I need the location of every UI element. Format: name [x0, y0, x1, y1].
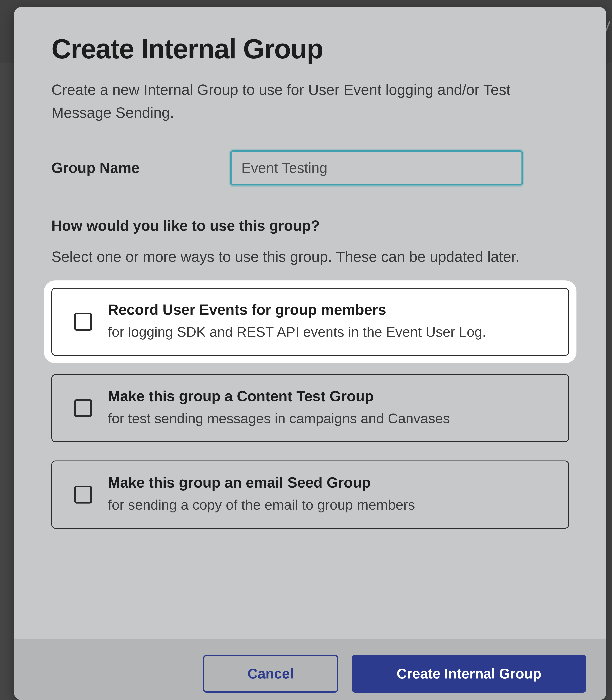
create-internal-group-modal: Create Internal Group Create a new Inter… [14, 7, 607, 700]
group-name-label: Group Name [51, 159, 212, 177]
option-content-test-group[interactable]: Make this group a Content Test Group for… [51, 374, 569, 442]
usage-description: Select one or more ways to use this grou… [51, 245, 538, 268]
checkbox-icon[interactable] [74, 313, 92, 331]
modal-body: Create Internal Group Create a new Inter… [14, 7, 607, 639]
option-record-user-events[interactable]: Record User Events for group members for… [51, 288, 569, 356]
group-name-row: Group Name [51, 151, 569, 185]
option-subtitle: for logging SDK and REST API events in t… [108, 322, 554, 342]
modal-footer: Cancel Create Internal Group [14, 639, 607, 700]
option-title: Record User Events for group members [108, 301, 554, 318]
option-text: Record User Events for group members for… [108, 301, 554, 342]
usage-question: How would you like to use this group? [51, 218, 569, 234]
option-text: Make this group a Content Test Group for… [108, 388, 554, 429]
option-title: Make this group a Content Test Group [108, 388, 554, 405]
group-name-input[interactable] [230, 151, 523, 185]
option-subtitle: for test sending messages in campaigns a… [108, 408, 554, 429]
option-subtitle: for sending a copy of the email to group… [108, 495, 554, 515]
option-title: Make this group an email Seed Group [108, 474, 554, 491]
modal-description: Create a new Internal Group to use for U… [51, 78, 528, 124]
checkbox-icon[interactable] [74, 486, 92, 503]
cancel-button[interactable]: Cancel [203, 655, 338, 693]
create-internal-group-button[interactable]: Create Internal Group [352, 655, 586, 693]
option-text: Make this group an email Seed Group for … [108, 474, 554, 515]
option-email-seed-group[interactable]: Make this group an email Seed Group for … [51, 461, 569, 529]
checkbox-icon[interactable] [74, 399, 92, 417]
modal-title: Create Internal Group [51, 33, 569, 65]
